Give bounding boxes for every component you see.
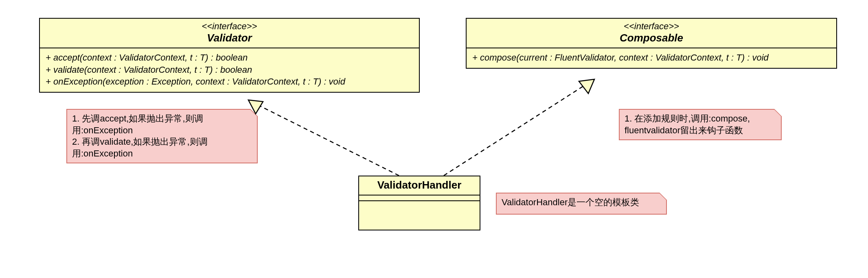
svg-line-2 [444,83,588,176]
interface-composable-header: <<interface>> Composable [467,19,836,48]
attributes-section [359,195,480,201]
note-validator: 1. 先调accept,如果抛出异常,则调用:onException 2. 再调… [66,109,258,163]
note-handler: ValidatorHandler是一个空的模板类 [496,193,667,215]
stereotype-label: <<interface>> [471,21,832,32]
interface-validator-header: <<interface>> Validator [40,19,419,48]
svg-marker-3 [579,79,594,93]
svg-line-0 [254,103,399,176]
note-text: 1. 先调accept,如果抛出异常,则调用:onException 2. 再调… [72,113,208,159]
class-validator-handler: ValidatorHandler [358,176,480,230]
method: + compose(current : FluentValidator, con… [472,52,831,64]
note-composable: 1. 在添加规则时,调用:compose, fluentvalidator留出来… [619,109,782,140]
note-text: ValidatorHandler是一个空的模板类 [502,197,639,207]
interface-composable-methods: + compose(current : FluentValidator, con… [467,48,836,68]
stereotype-label: <<interface>> [44,21,415,32]
class-validator-handler-header: ValidatorHandler [359,176,480,195]
class-name: Validator [44,32,415,44]
interface-composable: <<interface>> Composable + compose(curre… [466,18,837,69]
interface-validator: <<interface>> Validator + accept(context… [39,18,420,93]
class-name: Composable [471,32,832,44]
interface-validator-methods: + accept(context : ValidatorContext, t :… [40,48,419,92]
methods-section [359,201,480,230]
note-text: 1. 在添加规则时,调用:compose, fluentvalidator留出来… [625,113,750,135]
method: + validate(context : ValidatorContext, t… [46,64,413,76]
class-name: ValidatorHandler [363,179,476,191]
method: + accept(context : ValidatorContext, t :… [46,52,413,64]
method: + onException(exception : Exception, con… [46,76,413,88]
